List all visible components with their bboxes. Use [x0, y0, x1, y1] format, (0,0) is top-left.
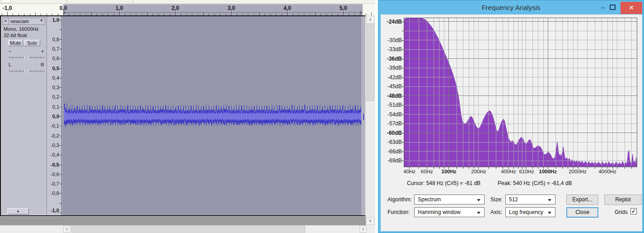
- db-tick-label: -66dB: [387, 148, 402, 155]
- audacity-window: -1,00,01,02,03,04,05,0 × newcam ▼ Mono, …: [0, 0, 375, 233]
- dialog-titlebar[interactable]: Frequency Analysis – ✕: [378, 0, 644, 14]
- peak-readout: Peak: 540 Hz (C#5) = -61,4 dB: [498, 180, 572, 186]
- vertical-scale-ruler[interactable]: 1,00,80,70,60,50,40,30,20,10,0-0,1-0,2-0…: [47, 16, 62, 215]
- timeline-label: 0,0: [60, 5, 67, 11]
- axis-label: Axis:: [490, 209, 502, 215]
- track-format-line1: Mono, 16000Hz: [4, 26, 39, 32]
- ruler-label: 0,7: [52, 46, 59, 52]
- algorithm-label: Algorithm:: [387, 196, 412, 203]
- clip-end-mark: [363, 114, 364, 120]
- track-name: newcam: [10, 19, 29, 24]
- selection-start-arrow: [64, 11, 66, 14]
- slider-tick: [37, 70, 37, 71]
- slider-tick: [30, 56, 31, 57]
- timeline-tick: [175, 12, 176, 15]
- timeline-label: 3,0: [228, 5, 235, 11]
- db-tick-label: -24dB: [387, 19, 402, 25]
- minimize-button[interactable]: –: [598, 3, 608, 12]
- ruler-tick: [60, 116, 61, 117]
- frequency-analysis-dialog: Frequency Analysis – ✕ -24dB-30dB-33dB-3…: [378, 0, 644, 233]
- track-view: × newcam ▼ Mono, 16000Hz 32-bit float Mu…: [0, 15, 365, 216]
- ruler-tick: [60, 145, 61, 146]
- db-tick-label: -54dB: [387, 111, 402, 118]
- db-tick-label: -39dB: [387, 65, 402, 71]
- timeline-tick: [7, 12, 8, 15]
- scroll-right-icon[interactable]: ›: [359, 226, 367, 233]
- gain-plus-label: +: [41, 48, 44, 54]
- ruler-tick: [60, 87, 61, 88]
- ruler-tick: [60, 155, 61, 155]
- track-format-line2: 32-bit float: [4, 33, 27, 38]
- slider-tick: [19, 70, 20, 71]
- export-button[interactable]: Export...: [566, 195, 598, 205]
- function-select[interactable]: Hamming window: [414, 207, 485, 217]
- timeline-label: -1,0: [3, 5, 12, 11]
- close-button[interactable]: Close: [566, 207, 598, 218]
- ruler-tick: [60, 68, 61, 69]
- slider-tick: [37, 56, 37, 57]
- chevron-down-icon: [548, 212, 551, 214]
- ruler-label: -0,8: [51, 190, 59, 196]
- timeline-tick: [119, 12, 120, 15]
- timeline-tick: [343, 12, 344, 15]
- gain-slider-thumb[interactable]: [24, 54, 29, 60]
- ruler-tick: [60, 39, 61, 40]
- collapse-track-button[interactable]: ▲: [7, 208, 29, 214]
- solo-button[interactable]: Solo: [24, 40, 40, 46]
- vertical-scroll-thumb[interactable]: [366, 24, 374, 101]
- scroll-down-icon[interactable]: ˅: [366, 217, 374, 225]
- vertical-scrollbar[interactable]: ˄ ˅: [366, 15, 375, 225]
- db-tick-label: -60dB: [387, 130, 402, 136]
- dialog-body: -24dB-30dB-33dB-36dB-39dB-42dB-45dB-48dB…: [381, 14, 642, 231]
- ruler-tick: [60, 136, 61, 136]
- scroll-up-icon[interactable]: ˄: [366, 16, 374, 24]
- algorithm-select[interactable]: Spectrum: [414, 195, 485, 204]
- horizontal-scrollbar[interactable]: ‹ ›: [0, 225, 375, 233]
- slider-tick: [23, 70, 23, 71]
- axis-select[interactable]: Log frequency: [505, 207, 555, 217]
- slider-tick: [19, 56, 20, 57]
- db-tick-label: -30dB: [387, 37, 402, 43]
- slider-tick: [13, 56, 13, 57]
- frequency-tick-label: 100Hz: [441, 169, 456, 174]
- toolbar-divider: [67, 0, 67, 4]
- replot-button[interactable]: Replot: [604, 195, 642, 205]
- ruler-tick: [60, 126, 61, 126]
- slider-tick: [16, 70, 17, 71]
- pan-slider-thumb[interactable]: [24, 67, 29, 73]
- db-tick-label: -33dB: [387, 46, 402, 52]
- track-menu-dropdown-icon[interactable]: ▼: [40, 19, 43, 23]
- track-close-button[interactable]: ×: [3, 18, 9, 24]
- ruler-label: 0,3: [52, 85, 59, 90]
- mute-button[interactable]: Mute: [8, 40, 23, 46]
- close-window-button[interactable]: ✕: [621, 2, 642, 14]
- horizontal-scroll-thumb[interactable]: [71, 226, 305, 233]
- ruler-label: 0,0: [52, 114, 59, 119]
- ruler-label: -0,7: [51, 181, 59, 186]
- maximize-button[interactable]: [610, 5, 616, 10]
- size-value: 512: [509, 196, 518, 203]
- timeline-ruler[interactable]: -1,00,01,02,03,04,05,0: [0, 4, 375, 15]
- ruler-tick: [60, 184, 61, 184]
- frequency-tick-label: 60Hz: [421, 169, 433, 174]
- slider-tick: [30, 70, 31, 71]
- ruler-label: -0,3: [51, 143, 59, 148]
- grids-checkbox[interactable]: ✓: [630, 208, 637, 214]
- chevron-down-icon: [548, 199, 551, 201]
- track-name-row[interactable]: × newcam ▼: [2, 18, 45, 25]
- ruler-label: -1,0: [51, 208, 59, 213]
- ruler-tick: [60, 107, 61, 107]
- waveform-area[interactable]: [62, 16, 365, 215]
- waveform: [64, 104, 362, 129]
- scroll-left-icon[interactable]: ‹: [63, 226, 70, 233]
- spectrum-plot[interactable]: [404, 18, 637, 170]
- timeline-tick: [63, 12, 64, 15]
- slider-tick: [34, 70, 34, 71]
- track-control-panel: × newcam ▼ Mono, 16000Hz 32-bit float Mu…: [1, 16, 47, 215]
- timeline-label: 2,0: [172, 5, 179, 11]
- slider-tick: [41, 70, 41, 71]
- size-select[interactable]: 512: [505, 195, 555, 204]
- axis-value: Log frequency: [509, 209, 543, 215]
- frequency-tick-label: 1000Hz: [539, 169, 557, 174]
- frequency-tick-label: 610Hz: [519, 169, 534, 174]
